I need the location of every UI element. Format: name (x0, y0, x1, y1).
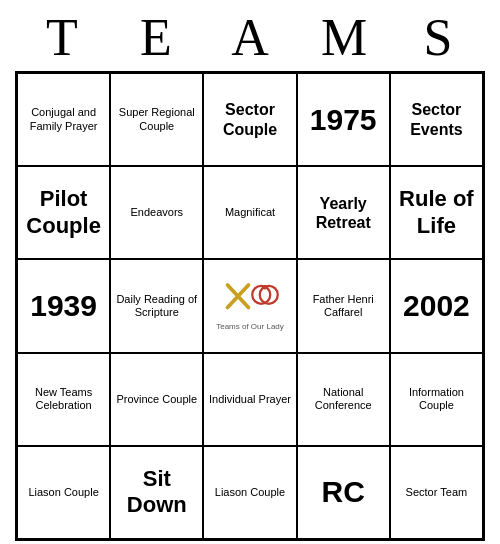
cell-text-r4c1: New Teams Celebration (22, 386, 105, 412)
cell-r2c2: Endeavors (110, 166, 203, 259)
cell-r2c5: Rule of Life (390, 166, 483, 259)
cell-text-r4c3: Individual Prayer (209, 393, 291, 406)
title-letter-m: M (304, 8, 384, 67)
cell-text-r4c2: Province Couple (116, 393, 197, 406)
cell-text-r2c1: Pilot Couple (22, 186, 105, 239)
svg-point-4 (263, 285, 268, 290)
cell-r1c1: Conjugal and Family Prayer (17, 73, 110, 166)
cell-r4c3: Individual Prayer (203, 353, 296, 446)
cell-text-r4c4: National Conference (302, 386, 385, 412)
title-letter-s: S (398, 8, 478, 67)
cell-r1c3: Sector Couple (203, 73, 296, 166)
cell-r1c2: Super Regional Couple (110, 73, 203, 166)
cell-text-r2c2: Endeavors (130, 206, 183, 219)
teams-of-our-lady-logo: Teams of Our Lady (216, 280, 284, 331)
cell-text-r2c5: Rule of Life (395, 186, 478, 239)
cell-r1c4: 1975 (297, 73, 390, 166)
cell-text-r1c2: Super Regional Couple (115, 106, 198, 132)
cell-text-r5c4: RC (322, 474, 365, 510)
cell-r5c3: Liason Couple (203, 446, 296, 539)
cell-text-r3c4: Father Henri Caffarel (302, 293, 385, 319)
cell-text-r1c3: Sector Couple (208, 100, 291, 138)
cell-text-r5c2: Sit Down (115, 466, 198, 519)
cell-text-r1c1: Conjugal and Family Prayer (22, 106, 105, 132)
cell-r3c4: Father Henri Caffarel (297, 259, 390, 352)
title-letter-a: A (210, 8, 290, 67)
cell-text-r5c1: Liason Couple (28, 486, 98, 499)
cell-r2c4: Yearly Retreat (297, 166, 390, 259)
cell-r4c2: Province Couple (110, 353, 203, 446)
cell-r5c2: Sit Down (110, 446, 203, 539)
title-row: T E A M S (15, 0, 485, 71)
cell-r5c5: Sector Team (390, 446, 483, 539)
cell-text-r3c5: 2002 (403, 288, 470, 324)
bingo-grid: Conjugal and Family Prayer Super Regiona… (15, 71, 485, 541)
title-letter-e: E (116, 8, 196, 67)
title-letter-t: T (22, 8, 102, 67)
cell-r3c3: Teams of Our Lady (203, 259, 296, 352)
cell-text-r1c4: 1975 (310, 102, 377, 138)
cell-r3c1: 1939 (17, 259, 110, 352)
logo-label: Teams of Our Lady (216, 322, 284, 331)
cell-text-r1c5: Sector Events (395, 100, 478, 138)
cell-r2c3: Magnificat (203, 166, 296, 259)
cell-r4c4: National Conference (297, 353, 390, 446)
cell-text-r2c4: Yearly Retreat (302, 194, 385, 232)
cell-text-r4c5: Information Couple (395, 386, 478, 412)
cell-text-r5c5: Sector Team (406, 486, 468, 499)
cell-r5c4: RC (297, 446, 390, 539)
cell-r4c5: Information Couple (390, 353, 483, 446)
cell-text-r3c1: 1939 (30, 288, 97, 324)
cell-r1c5: Sector Events (390, 73, 483, 166)
cell-r2c1: Pilot Couple (17, 166, 110, 259)
cell-r4c1: New Teams Celebration (17, 353, 110, 446)
cell-r3c2: Daily Reading of Scripture (110, 259, 203, 352)
cell-text-r5c3: Liason Couple (215, 486, 285, 499)
cell-text-r2c3: Magnificat (225, 206, 275, 219)
cell-text-r3c2: Daily Reading of Scripture (115, 293, 198, 319)
cell-r5c1: Liason Couple (17, 446, 110, 539)
cell-r3c5: 2002 (390, 259, 483, 352)
